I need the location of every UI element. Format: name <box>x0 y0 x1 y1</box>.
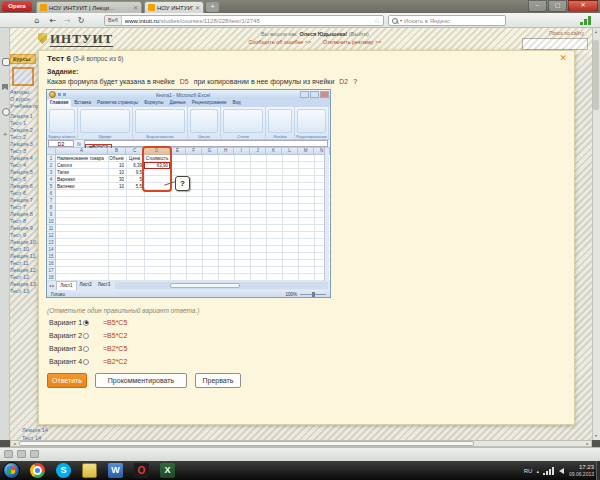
sheet-tab: Лист1 <box>56 281 76 290</box>
taskbar: S W O X RU ▴ 17:23 09.06.2013 <box>0 461 600 480</box>
word-taskbar-icon[interactable]: W <box>108 463 123 478</box>
quick-access-icon <box>58 93 61 96</box>
address-bar[interactable]: Веб www.intuit.ru/studies/courses/1128/2… <box>104 15 384 26</box>
opera-menu-button[interactable]: Opera <box>2 1 32 12</box>
page-horizontal-scrollbar[interactable]: ◂ ▸ <box>10 440 592 447</box>
new-tab-button[interactable]: + <box>206 2 219 12</box>
column-header: M <box>298 148 314 154</box>
opera-taskbar-icon[interactable]: O <box>134 463 149 478</box>
scroll-down-icon[interactable]: ▾ <box>592 432 600 440</box>
tray-expand-icon[interactable]: ▴ <box>536 468 539 474</box>
scroll-thumb[interactable] <box>593 40 599 110</box>
question-part: при копировании в нее формулы из ячейки <box>194 78 335 85</box>
answer-button[interactable]: Ответить <box>47 373 87 388</box>
windows-flag-icon <box>7 466 16 475</box>
excel-horizontal-scrollbar <box>115 282 328 289</box>
search-icon <box>392 18 398 24</box>
excel-column-headers: ABCDEFGHIJKLMN <box>56 148 330 155</box>
ribbon-group: Шрифт <box>78 107 133 139</box>
site-badge: Веб <box>105 16 122 25</box>
network-icon[interactable] <box>543 467 555 475</box>
scroll-thumb[interactable] <box>19 441 474 446</box>
panel-toggle-icon[interactable] <box>4 450 13 458</box>
excel-vertical-scrollbar <box>324 148 329 281</box>
chevron-down-icon[interactable]: ▾ <box>400 18 402 23</box>
forward-icon[interactable]: → <box>60 13 74 28</box>
zoom-slider <box>300 294 326 295</box>
column-header: A <box>56 148 108 154</box>
clock[interactable]: 17:23 09.06.2013 <box>569 464 594 478</box>
test-dialog: Тест 6 (5-й вопрос из 6) ✕ Задание: Кака… <box>38 50 575 425</box>
language-indicator[interactable]: RU <box>524 468 533 474</box>
cell-ref-d5: D5 <box>180 78 189 85</box>
scroll-up-icon[interactable]: ▴ <box>592 28 600 36</box>
status-text: Готово <box>51 292 285 297</box>
back-icon[interactable]: ← <box>46 13 60 28</box>
row-header: 7 <box>47 197 55 204</box>
test-name: Тест 6 <box>47 54 71 63</box>
notes-taskbar-icon[interactable] <box>82 463 97 478</box>
close-icon[interactable]: ✕ <box>559 53 567 63</box>
zoom-level: 100% <box>285 292 297 297</box>
excel-title-bar: Книга1 - Microsoft Excel <box>47 90 330 99</box>
tab-close-icon[interactable]: ✕ <box>133 4 138 11</box>
intuit-favicon <box>40 4 47 11</box>
chrome-taskbar-icon[interactable] <box>30 463 45 478</box>
search-box[interactable]: ▾ Искать в Яндекс <box>388 15 506 26</box>
radio-button[interactable] <box>83 359 89 365</box>
radio-button[interactable] <box>83 333 89 339</box>
bookmark-star-icon[interactable]: ☆ <box>374 17 380 25</box>
show-desktop-button[interactable] <box>596 461 600 480</box>
abort-button[interactable]: Прервать <box>195 373 241 388</box>
close-button[interactable]: ✕ <box>568 0 598 12</box>
cell-b5: 10 <box>108 183 124 190</box>
cell-a4: Варежки <box>57 176 107 183</box>
browser-status-bar <box>0 447 600 461</box>
ribbon-tab: Разметка страницы <box>94 99 141 107</box>
variant-2-option[interactable]: Вариант 2 =B5*C2 <box>49 331 127 340</box>
variant-label: Вариант 1 <box>49 319 83 326</box>
scroll-thumb <box>170 283 240 288</box>
radio-button[interactable] <box>83 320 89 326</box>
reload-icon[interactable]: ↻ <box>74 13 88 28</box>
variant-label: Вариант 3 <box>49 345 83 352</box>
ribbon-tab: Вставка <box>71 99 94 107</box>
row-header: 16 <box>47 260 55 267</box>
sheet-tab: Лист3 <box>95 281 113 290</box>
variant-4-option[interactable]: Вариант 4 =B2*C2 <box>49 357 127 366</box>
tab-close-icon[interactable]: ✕ <box>195 4 200 11</box>
cell-c3: 9,5 <box>126 169 142 176</box>
sync-icon[interactable] <box>17 450 26 458</box>
cell-c5: 5,5 <box>126 183 142 190</box>
add-panel-icon[interactable]: + <box>2 132 8 138</box>
volume-icon[interactable] <box>559 468 564 474</box>
excel-formula-field: =B2*C2 <box>84 140 328 147</box>
history-panel-icon[interactable] <box>2 108 10 116</box>
ribbon-group: Стили <box>221 107 266 139</box>
variant-3-option[interactable]: Вариант 3 =B2*C5 <box>49 344 127 353</box>
tab-lectures[interactable]: НОУ ИНТУИТ | Лекци... ✕ <box>36 1 142 13</box>
fx-icon: fx <box>77 141 81 147</box>
system-tray: RU ▴ 17:23 09.06.2013 <box>524 461 594 480</box>
row-header: 6 <box>47 190 55 197</box>
home-icon[interactable]: ⌂ <box>30 13 44 28</box>
cell-a1: Наименование товара <box>57 155 107 162</box>
excel-taskbar-icon[interactable]: X <box>160 463 175 478</box>
browser-side-panel <box>0 28 10 440</box>
scroll-right-icon[interactable]: ▸ <box>584 441 591 446</box>
row-header: 10 <box>47 218 55 225</box>
turbo-icon[interactable] <box>30 450 39 458</box>
column-header: J <box>250 148 266 154</box>
test-progress: (5-й вопрос из 6) <box>73 55 123 62</box>
comment-button[interactable]: Прокомментировать <box>95 373 187 388</box>
variant-1-option[interactable]: Вариант 1 =B5*C5 <box>49 318 127 327</box>
minimize-button[interactable]: – <box>528 0 547 12</box>
radio-button[interactable] <box>83 346 89 352</box>
excel-minimize-icon <box>300 91 309 98</box>
traffic-chart-icon[interactable] <box>580 16 592 25</box>
maximize-button[interactable]: ▢ <box>548 0 567 12</box>
chat-panel-icon[interactable] <box>2 58 10 66</box>
tab-test-active[interactable]: НОУ ИНТУИТ | Учебн... ✕ <box>144 1 204 13</box>
skype-taskbar-icon[interactable]: S <box>56 463 71 478</box>
scroll-left-icon[interactable]: ◂ <box>11 441 18 446</box>
